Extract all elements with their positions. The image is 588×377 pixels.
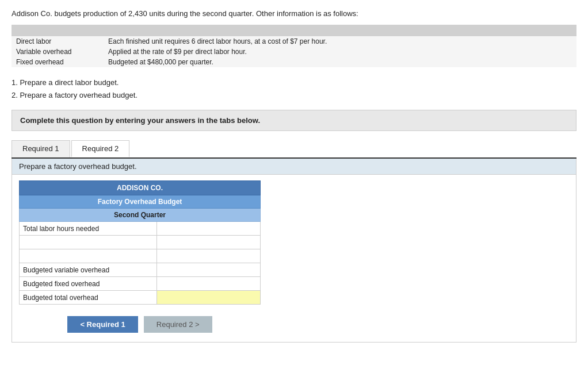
info-desc-direct-labor: Each finished unit requires 6 direct lab… [104, 36, 576, 47]
input-total-overhead[interactable] [157, 291, 261, 305]
row-fixed-overhead: Budgeted fixed overhead [20, 277, 261, 291]
budget-period: Second Quarter [20, 209, 261, 222]
label-total-overhead: Budgeted total overhead [20, 291, 157, 305]
input-fixed-overhead[interactable] [157, 277, 261, 291]
instruction-line1: 1. Prepare a direct labor budget. [12, 76, 576, 89]
input-total-overhead-field[interactable] [161, 294, 257, 302]
spacer-label [20, 249, 157, 263]
btn-required2[interactable]: Required 2 > [144, 316, 212, 333]
info-label-fixed-overhead: Fixed overhead [12, 57, 104, 67]
row-spacer [20, 249, 261, 263]
row-total-overhead: Budgeted total overhead [20, 291, 261, 305]
info-label-variable-overhead: Variable overhead [12, 47, 104, 57]
bottom-buttons: < Required 1 Required 2 > [19, 316, 261, 333]
tab2-header: Prepare a factory overhead budget. [12, 159, 576, 175]
row-variable-overhead: Budgeted variable overhead [20, 263, 261, 277]
row-empty1 [20, 236, 261, 249]
spacer-value [157, 249, 261, 263]
budget-table: ADDISON CO. Factory Overhead Budget Seco… [19, 180, 261, 305]
input-total-labor-field[interactable] [161, 225, 257, 233]
input-empty1[interactable] [157, 236, 261, 249]
input-fixed-overhead-field[interactable] [161, 280, 257, 288]
complete-box: Complete this question by entering your … [12, 110, 576, 131]
info-desc-variable-overhead: Applied at the rate of $9 per direct lab… [104, 47, 576, 57]
budget-header-company: ADDISON CO. [20, 181, 261, 195]
input-variable-overhead-field[interactable] [161, 266, 257, 274]
label-empty1 [20, 236, 157, 249]
budget-header-title: Factory Overhead Budget [20, 195, 261, 209]
budget-title: Factory Overhead Budget [20, 195, 261, 209]
tab-required1[interactable]: Required 1 [12, 140, 70, 157]
info-header-empty2 [104, 25, 576, 36]
budget-header-period: Second Quarter [20, 209, 261, 222]
info-label-direct-labor: Direct labor [12, 36, 104, 47]
intro-text: Addison Co. budgets production of 2,430 … [12, 9, 576, 18]
company-name: ADDISON CO. [20, 181, 261, 195]
info-table: Direct labor Each finished unit requires… [12, 25, 576, 67]
label-variable-overhead: Budgeted variable overhead [20, 263, 157, 277]
instructions: 1. Prepare a direct labor budget. 2. Pre… [12, 76, 576, 102]
input-total-labor[interactable] [157, 222, 261, 236]
info-desc-fixed-overhead: Budgeted at $480,000 per quarter. [104, 57, 576, 67]
instruction-line2: 2. Prepare a factory overhead budget. [12, 89, 576, 102]
row-total-labor: Total labor hours needed [20, 222, 261, 236]
info-header-empty [12, 25, 104, 36]
tab2-content: Prepare a factory overhead budget. ADDIS… [12, 159, 576, 343]
label-total-labor: Total labor hours needed [20, 222, 157, 236]
btn-required1[interactable]: < Required 1 [67, 316, 138, 333]
tab-required2[interactable]: Required 2 [71, 140, 130, 157]
budget-table-wrapper: ADDISON CO. Factory Overhead Budget Seco… [12, 175, 576, 342]
label-fixed-overhead: Budgeted fixed overhead [20, 277, 157, 291]
input-empty1-field[interactable] [161, 238, 257, 247]
tabs-container: Required 1 Required 2 [12, 140, 576, 159]
input-variable-overhead[interactable] [157, 263, 261, 277]
